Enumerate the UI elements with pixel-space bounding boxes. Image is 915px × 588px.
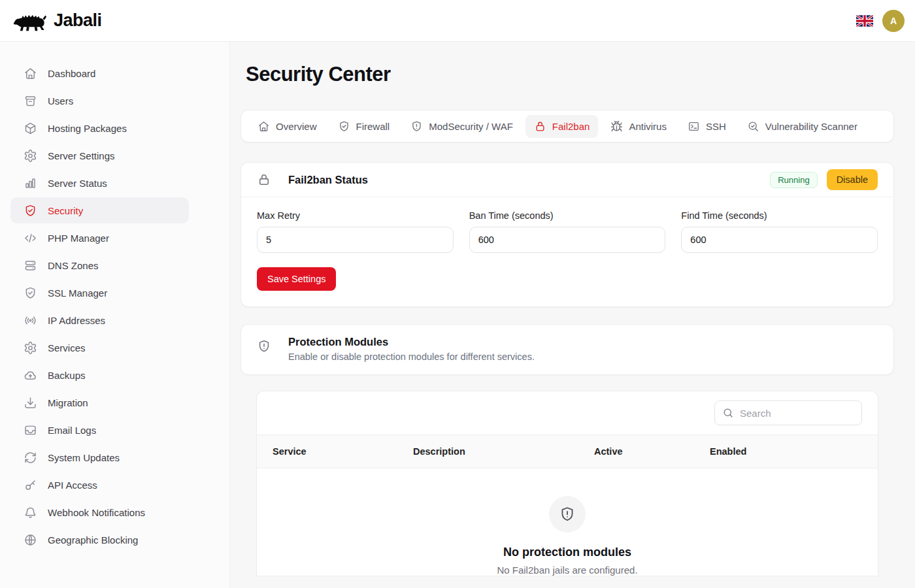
sidebar-item-label: Webhook Notifications xyxy=(48,507,145,518)
gear-icon xyxy=(24,149,37,163)
search-icon xyxy=(722,407,734,419)
refresh-icon xyxy=(24,451,37,465)
sidebar-item-label: Email Logs xyxy=(48,425,96,436)
shield-check-icon xyxy=(24,286,37,300)
tab-label: Fail2ban xyxy=(552,121,590,132)
gear-icon xyxy=(24,341,37,355)
language-uk-flag-icon[interactable] xyxy=(856,15,873,27)
sidebar-item-system-updates[interactable]: System Updates xyxy=(10,444,189,470)
fail2ban-status-header: Fail2ban Status Running Disable xyxy=(241,163,893,197)
find-time-input[interactable] xyxy=(681,227,878,253)
sidebar-item-backups[interactable]: Backups xyxy=(10,362,189,388)
sidebar-item-label: Hosting Packages xyxy=(48,123,127,134)
disable-fail2ban-button[interactable]: Disable xyxy=(827,169,878,190)
empty-state: No protection modules No Fail2ban jails … xyxy=(257,468,878,576)
sidebar-item-users[interactable]: Users xyxy=(10,88,189,114)
user-avatar[interactable]: A xyxy=(882,10,905,32)
home-icon xyxy=(24,67,37,80)
tab-overview[interactable]: Overview xyxy=(249,115,325,138)
tab-modsecurity-waf[interactable]: ModSecurity / WAF xyxy=(402,115,522,138)
boar-logo-icon xyxy=(13,10,47,32)
tab-antivirus[interactable]: Antivirus xyxy=(602,115,675,138)
tab-label: Antivirus xyxy=(629,121,667,132)
sidebar-item-label: Migration xyxy=(48,397,88,408)
shield-check-icon xyxy=(24,204,37,218)
sidebar-item-server-status[interactable]: Server Status xyxy=(10,170,189,196)
package-icon xyxy=(24,122,37,135)
sidebar-item-label: IP Addresses xyxy=(48,315,105,326)
sidebar-item-label: Server Status xyxy=(48,178,107,189)
tab-ssh[interactable]: SSH xyxy=(679,115,735,138)
search-check-icon xyxy=(747,120,759,133)
sidebar-item-migration[interactable]: Migration xyxy=(10,389,189,416)
sidebar-item-webhook-notifications[interactable]: Webhook Notifications xyxy=(10,499,189,525)
empty-state-title: No protection modules xyxy=(503,546,631,559)
shield-alert-icon xyxy=(257,339,271,353)
top-header: Jabali A xyxy=(0,0,915,42)
tab-label: SSH xyxy=(706,121,726,132)
sidebar-item-label: Users xyxy=(48,95,73,106)
code-icon xyxy=(24,231,37,245)
sidebar-item-dashboard[interactable]: Dashboard xyxy=(10,60,189,86)
inbox-icon xyxy=(24,423,37,437)
sidebar-item-label: SSL Manager xyxy=(48,287,107,299)
security-tabbar: Overview Firewall ModSecurity / WAF Fail… xyxy=(241,110,894,142)
sidebar-item-api-access[interactable]: API Access xyxy=(10,472,189,498)
running-status-badge: Running xyxy=(770,172,817,188)
shield-alert-icon xyxy=(410,120,423,133)
sidebar-item-ssl-manager[interactable]: SSL Manager xyxy=(10,280,189,306)
ban-time-input[interactable] xyxy=(469,227,666,253)
table-header-row: Service Description Active Enabled xyxy=(257,434,878,468)
tab-label: Firewall xyxy=(356,121,390,132)
column-header-service: Service xyxy=(257,446,397,457)
sidebar-item-label: Backups xyxy=(48,370,86,381)
sidebar-item-security[interactable]: Security xyxy=(10,197,189,223)
terminal-icon xyxy=(688,120,700,133)
tab-label: ModSecurity / WAF xyxy=(429,121,513,132)
sidebar-item-email-logs[interactable]: Email Logs xyxy=(10,417,189,443)
brand-name: Jabali xyxy=(54,10,102,31)
uk-flag-icon xyxy=(856,15,873,27)
search-input[interactable] xyxy=(714,400,862,425)
sidebar-item-ip-addresses[interactable]: IP Addresses xyxy=(10,307,189,333)
lock-icon xyxy=(534,120,546,133)
protection-modules-card: Protection Modules Enable or disable pro… xyxy=(241,324,894,375)
main-content: Security Center Overview Firewall ModSec… xyxy=(230,42,915,588)
max-retry-input[interactable] xyxy=(257,227,454,253)
server-icon xyxy=(24,259,37,272)
sidebar-nav: Dashboard Users Hosting Packages Server … xyxy=(0,42,230,588)
sidebar-item-label: Dashboard xyxy=(48,68,95,79)
brand-logo[interactable]: Jabali xyxy=(13,10,102,32)
column-header-active: Active xyxy=(578,446,694,457)
save-settings-button[interactable]: Save Settings xyxy=(257,267,336,291)
tab-vulnerability-scanner[interactable]: Vulnerability Scanner xyxy=(739,115,866,138)
sidebar-item-label: PHP Manager xyxy=(48,233,109,244)
sidebar-item-label: System Updates xyxy=(48,452,120,463)
sidebar-item-dns-zones[interactable]: DNS Zones xyxy=(10,252,189,278)
tab-label: Vulnerability Scanner xyxy=(765,121,857,132)
max-retry-field-group: Max Retry xyxy=(257,210,454,253)
sidebar-item-label: Server Settings xyxy=(48,150,115,161)
sidebar-item-services[interactable]: Services xyxy=(10,335,189,361)
protection-modules-table-card: Service Description Active Enabled No pr… xyxy=(256,391,878,576)
tab-firewall[interactable]: Firewall xyxy=(329,115,399,138)
sidebar-item-label: DNS Zones xyxy=(48,260,99,271)
sidebar-item-geographic-blocking[interactable]: Geographic Blocking xyxy=(10,527,189,553)
sidebar-item-php-manager[interactable]: PHP Manager xyxy=(10,225,189,251)
sidebar-item-label: Security xyxy=(48,205,83,216)
column-header-description: Description xyxy=(397,446,578,457)
sidebar-item-server-settings[interactable]: Server Settings xyxy=(10,142,189,169)
bell-icon xyxy=(24,506,37,519)
globe-icon xyxy=(24,533,37,547)
protection-modules-title: Protection Modules xyxy=(288,336,535,348)
tab-fail2ban[interactable]: Fail2ban xyxy=(525,115,599,138)
users-icon xyxy=(24,94,37,108)
fail2ban-status-title: Fail2ban Status xyxy=(288,174,368,186)
find-time-field-group: Find Time (seconds) xyxy=(681,210,878,253)
sidebar-item-hosting-packages[interactable]: Hosting Packages xyxy=(10,115,189,141)
max-retry-label: Max Retry xyxy=(257,210,454,221)
empty-state-circle xyxy=(549,496,586,532)
broadcast-icon xyxy=(24,314,37,327)
sidebar-item-label: API Access xyxy=(48,480,97,491)
empty-state-subtitle: No Fail2ban jails are configured. xyxy=(497,564,637,576)
